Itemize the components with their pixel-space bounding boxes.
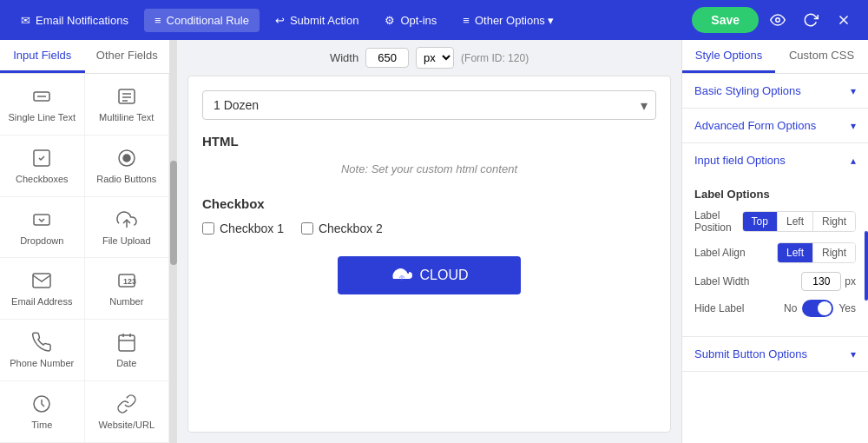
checkbox-option-1[interactable]: Checkbox 1 xyxy=(202,222,284,235)
checkbox-option-2[interactable]: Checkbox 2 xyxy=(301,222,383,235)
label-align-left[interactable]: Left xyxy=(778,243,813,262)
field-label: Phone Number xyxy=(10,358,74,368)
refresh-button[interactable] xyxy=(797,6,825,34)
checkbox-1-label: Checkbox 1 xyxy=(220,222,284,235)
html-note: Note: Set your custom html content xyxy=(202,155,656,182)
close-icon xyxy=(836,12,852,28)
hide-label-row: Hide Label No Yes xyxy=(694,300,856,317)
field-date[interactable]: Date xyxy=(85,320,170,381)
right-panel: Style Options Custom CSS Basic Styling O… xyxy=(681,40,868,443)
field-website-url[interactable]: Website/URL xyxy=(85,381,170,443)
other-options-icon: ≡ xyxy=(463,14,470,27)
left-panel: Input Fields Other Fields Single Line Te… xyxy=(0,40,170,443)
fields-grid: Single Line Text Multiline Text Checkbox… xyxy=(0,74,169,443)
conditional-icon: ≡ xyxy=(155,14,161,27)
label-align-group: Left Right xyxy=(777,242,856,263)
submit-button[interactable]: CLOUD xyxy=(338,256,520,294)
email-field-icon xyxy=(31,270,52,293)
checkbox-2-input[interactable] xyxy=(301,222,313,235)
submit-area: CLOUD xyxy=(202,249,656,301)
tab-style-options[interactable]: Style Options xyxy=(682,40,775,73)
svg-rect-12 xyxy=(34,215,49,225)
cloud-svg xyxy=(390,267,414,284)
field-multiline-text[interactable]: Multiline Text xyxy=(85,74,170,136)
save-button[interactable]: Save xyxy=(692,7,759,33)
field-label: Dropdown xyxy=(20,235,63,246)
field-radio-buttons[interactable]: Radio Buttons xyxy=(85,136,170,197)
svg-point-0 xyxy=(776,18,780,23)
nav-submit-label: Submit Action xyxy=(290,14,359,27)
svg-point-11 xyxy=(123,155,130,162)
form-dropdown-select[interactable]: 1 Dozen xyxy=(202,90,656,120)
eye-icon xyxy=(770,12,786,28)
accordion-basic-styling: Basic Styling Options ▾ xyxy=(682,74,868,109)
scrollbar-thumb xyxy=(170,161,177,265)
dropdown-wrapper: 1 Dozen ▾ xyxy=(202,90,656,120)
checkbox-2-label: Checkbox 2 xyxy=(319,222,383,235)
accordion-advanced-form-header[interactable]: Advanced Form Options ▾ xyxy=(682,109,868,142)
accordion-basic-styling-header[interactable]: Basic Styling Options ▾ xyxy=(682,74,868,108)
label-width-input[interactable] xyxy=(801,272,841,291)
field-label: Date xyxy=(116,358,136,368)
multiline-icon xyxy=(116,86,137,109)
nav-conditional-rule[interactable]: ≡ Conditional Rule xyxy=(144,9,260,32)
submit-button-options-label: Submit Button Options xyxy=(694,347,807,360)
checkbox-options: Checkbox 1 Checkbox 2 xyxy=(202,222,656,235)
accordion-input-field-header[interactable]: Input field Options ▴ xyxy=(682,143,868,177)
input-field-content: Label Options Label Position Top Left Ri… xyxy=(682,177,868,336)
time-icon xyxy=(31,393,52,416)
label-position-right[interactable]: Right xyxy=(813,212,855,231)
field-label: Checkboxes xyxy=(16,174,69,184)
accordion-input-field: Input field Options ▴ Label Options Labe… xyxy=(682,143,868,337)
svg-rect-16 xyxy=(119,335,135,351)
label-position-left[interactable]: Left xyxy=(778,212,813,231)
hide-label-toggle[interactable] xyxy=(802,300,833,317)
field-phone-number[interactable]: Phone Number xyxy=(0,320,85,381)
nav-submit-action[interactable]: ↩ Submit Action xyxy=(265,9,370,32)
field-number[interactable]: 123 Number xyxy=(85,258,170,320)
submit-label: CLOUD xyxy=(419,268,468,283)
radio-icon xyxy=(116,148,137,170)
tab-input-fields[interactable]: Input Fields xyxy=(0,40,85,73)
chevron-down-icon: ▾ xyxy=(851,120,856,132)
close-button[interactable] xyxy=(830,6,858,34)
label-width-label: Label Width xyxy=(694,275,801,288)
left-panel-scrollbar[interactable] xyxy=(170,40,177,443)
label-position-label: Label Position xyxy=(694,209,742,234)
tab-custom-css[interactable]: Custom CSS xyxy=(775,40,868,73)
checkbox-1-input[interactable] xyxy=(202,222,214,235)
number-icon: 123 xyxy=(116,270,137,293)
preview-button[interactable] xyxy=(764,6,792,34)
field-time[interactable]: Time xyxy=(0,381,85,443)
field-dropdown[interactable]: Dropdown xyxy=(0,197,85,259)
checkbox-icon xyxy=(31,148,52,170)
accordion-submit-button-header[interactable]: Submit Button Options ▾ xyxy=(682,337,868,371)
field-email-address[interactable]: Email Address xyxy=(0,258,85,320)
label-align-right[interactable]: Right xyxy=(813,243,855,262)
nav-opt-ins-label: Opt-ins xyxy=(400,14,437,27)
field-label: File Upload xyxy=(102,235,151,246)
checkbox-label: Checkbox xyxy=(202,196,656,211)
width-unit-select[interactable]: px % xyxy=(416,47,454,69)
nav-email-notifications[interactable]: ✉ Email Notifications xyxy=(10,9,139,32)
width-input[interactable] xyxy=(365,48,409,68)
field-checkboxes[interactable]: Checkboxes xyxy=(0,136,85,197)
advanced-form-label: Advanced Form Options xyxy=(694,119,816,132)
label-position-top[interactable]: Top xyxy=(743,212,778,231)
link-icon xyxy=(116,393,137,416)
basic-styling-label: Basic Styling Options xyxy=(694,84,801,97)
form-toolbar: Width px % (Form ID: 120) xyxy=(177,40,681,76)
label-options-title: Label Options xyxy=(694,188,856,201)
chevron-down-icon: ▾ xyxy=(851,348,856,360)
center-area: Width px % (Form ID: 120) 1 Dozen ▾ HTML xyxy=(177,40,681,443)
right-panel-scrollbar[interactable] xyxy=(865,231,868,301)
tab-other-fields[interactable]: Other Fields xyxy=(85,40,170,73)
label-align-label: Label Align xyxy=(694,247,777,259)
nav-other-options[interactable]: ≡ Other Options ▾ xyxy=(452,9,564,32)
field-file-upload[interactable]: File Upload xyxy=(85,197,170,259)
nav-opt-ins[interactable]: ⚙ Opt-ins xyxy=(374,9,447,32)
checkbox-section: Checkbox Checkbox 1 Checkbox 2 xyxy=(202,196,656,235)
field-single-line-text[interactable]: Single Line Text xyxy=(0,74,85,136)
nav-conditional-label: Conditional Rule xyxy=(167,14,249,27)
toggle-thumb xyxy=(818,301,832,315)
